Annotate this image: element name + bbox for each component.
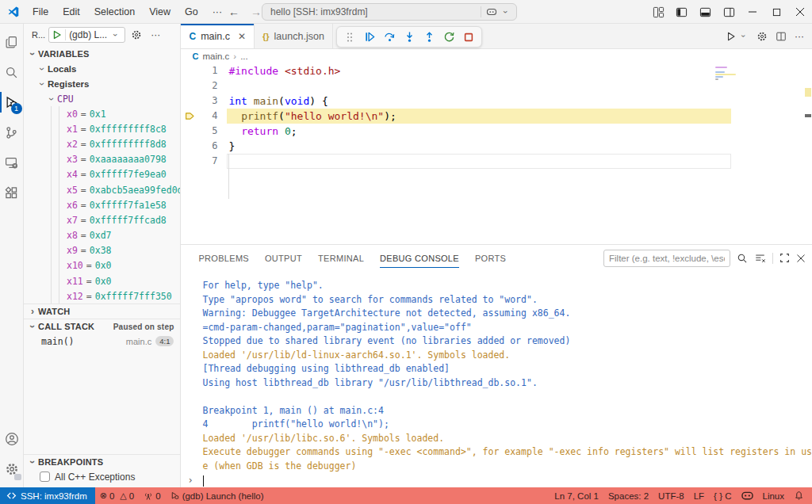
panel-tab-terminal[interactable]: TERMINAL — [312, 245, 370, 271]
copilot-icon[interactable] — [486, 7, 497, 17]
problems-indicator[interactable]: ⊗ 0 △ 0 — [95, 487, 140, 504]
menu-item-selection[interactable]: Selection — [88, 4, 141, 20]
language-indicator[interactable]: { } C — [709, 487, 736, 504]
debug-console-output[interactable]: For help, type "help".Type "apropos word… — [181, 271, 812, 487]
code-gutter[interactable]: 3 — [181, 94, 227, 109]
register-row[interactable]: x10=0x0 — [24, 258, 180, 273]
code-gutter[interactable]: 4 — [181, 109, 227, 124]
menu-item-[interactable]: ··· — [206, 4, 229, 20]
code-line[interactable]: 7 — [181, 154, 812, 169]
register-row[interactable]: x8=0xd7 — [24, 228, 180, 243]
extensions-icon[interactable] — [0, 178, 24, 208]
debug-console-input[interactable]: › — [187, 474, 797, 487]
step-over-button[interactable] — [381, 29, 398, 46]
toggle-secondary-sidebar-icon[interactable] — [717, 0, 741, 24]
remote-explorer-icon[interactable] — [0, 147, 24, 178]
stop-button[interactable] — [460, 29, 477, 46]
register-row[interactable]: x11=0x0 — [24, 273, 180, 288]
breadcrumb[interactable]: C main.c › ... — [181, 49, 812, 63]
panel-tab-debug-console[interactable]: DEBUG CONSOLE — [373, 245, 465, 271]
toolbar-drag-handle[interactable] — [341, 29, 358, 46]
customize-layout-icon[interactable] — [647, 0, 669, 24]
continue-button[interactable] — [361, 29, 378, 46]
overview-ruler[interactable] — [804, 63, 811, 244]
forward-button[interactable]: → — [251, 6, 262, 18]
code-gutter[interactable]: 2 — [181, 78, 227, 94]
tab-launch-json[interactable]: {} launch.json — [255, 24, 333, 48]
variables-section-header[interactable]: VARIABLES — [24, 46, 180, 61]
console-filter-input[interactable] — [603, 250, 730, 267]
register-row[interactable]: x2=0xfffffffff8d8 — [24, 136, 180, 151]
toggle-sidebar-icon[interactable] — [669, 0, 693, 24]
close-tab-icon[interactable]: ✕ — [238, 31, 246, 42]
menu-item-edit[interactable]: Edit — [56, 4, 86, 20]
variables-cpu-node[interactable]: CPU — [24, 91, 180, 106]
register-row[interactable]: x3=0xaaaaaaaa0798 — [24, 152, 180, 167]
register-row[interactable]: x6=0xfffff7fa1e58 — [24, 197, 180, 212]
remote-indicator[interactable]: SSH: imx93frdm — [0, 487, 95, 504]
code-gutter[interactable]: 1 — [181, 63, 227, 78]
breakpoint-checkbox[interactable] — [40, 472, 50, 482]
menu-item-view[interactable]: View — [143, 4, 177, 20]
register-row[interactable]: x7=0xfffff7ffcad8 — [24, 212, 180, 227]
debug-settings-gear-icon[interactable] — [128, 27, 144, 43]
editor-more-actions-icon[interactable]: ··· — [795, 31, 804, 42]
find-icon[interactable] — [737, 253, 748, 264]
encoding-indicator[interactable]: UTF-8 — [653, 487, 689, 504]
settings-gear-icon[interactable] — [0, 454, 24, 484]
register-row[interactable]: x5=0xabcb5aea99fed0dd — [24, 182, 180, 197]
maximize-panel-icon[interactable] — [779, 253, 790, 263]
register-row[interactable]: x9=0x38 — [24, 243, 180, 258]
source-control-icon[interactable] — [0, 117, 24, 147]
copilot-icon[interactable] — [737, 487, 758, 504]
views-more-actions-icon[interactable]: ··· — [147, 27, 163, 43]
close-button[interactable] — [788, 0, 812, 24]
run-and-debug-icon[interactable]: 1 — [0, 87, 24, 117]
line-col-indicator[interactable]: Ln 7, Col 1 — [550, 487, 603, 504]
panel-tab-output[interactable]: OUTPUT — [259, 245, 308, 271]
panel-tab-ports[interactable]: PORTS — [469, 245, 512, 271]
register-row[interactable]: x4=0xfffff7fe9ea0 — [24, 167, 180, 182]
call-stack-section-header[interactable]: CALL STACK Paused on step — [24, 319, 180, 334]
os-indicator[interactable]: Linux — [758, 487, 790, 504]
minimap[interactable] — [714, 66, 737, 142]
editor-settings-gear-icon[interactable] — [756, 31, 768, 42]
toggle-panel-icon[interactable] — [693, 0, 717, 24]
call-stack-frame[interactable]: main() main.c 4:1 — [24, 334, 180, 349]
close-panel-icon[interactable] — [796, 254, 806, 263]
start-debug-icon[interactable] — [52, 30, 62, 40]
minimize-button[interactable] — [741, 0, 764, 24]
maximize-button[interactable] — [764, 0, 788, 24]
panel-tab-problems[interactable]: PROBLEMS — [192, 245, 255, 271]
variables-registers-node[interactable]: Registers — [24, 76, 180, 91]
explorer-icon[interactable] — [0, 27, 24, 57]
chevron-down-icon[interactable] — [501, 6, 511, 17]
breakpoints-section-header[interactable]: BREAKPOINTS — [24, 454, 180, 469]
clear-console-icon[interactable] — [754, 253, 766, 264]
ports-indicator[interactable]: 0 — [139, 487, 165, 504]
menu-item-file[interactable]: File — [26, 4, 55, 20]
restart-button[interactable] — [440, 29, 458, 46]
debug-status[interactable]: (gdb) Launch (hello) — [166, 487, 269, 504]
breakpoint-item[interactable]: All C++ Exceptions — [24, 469, 180, 484]
search-icon[interactable] — [0, 57, 24, 87]
back-button[interactable]: ← — [228, 6, 239, 18]
notifications-bell-icon[interactable] — [789, 487, 812, 504]
register-row[interactable]: x0=0x1 — [24, 106, 180, 121]
tab-main-c[interactable]: C main.c ✕ — [181, 24, 255, 48]
register-row[interactable]: x12=0xfffff7fff350 — [24, 288, 180, 304]
register-row[interactable]: x1=0xfffffffff8c8 — [24, 121, 180, 136]
run-or-debug-button[interactable] — [726, 31, 749, 42]
code-gutter[interactable]: 6 — [181, 139, 227, 154]
indentation-indicator[interactable]: Spaces: 2 — [603, 487, 653, 504]
step-into-button[interactable] — [400, 29, 418, 46]
step-out-button[interactable] — [420, 29, 438, 46]
accounts-icon[interactable] — [0, 424, 24, 454]
split-editor-icon[interactable] — [776, 31, 787, 42]
code-gutter[interactable]: 7 — [181, 154, 227, 169]
code-gutter[interactable]: 5 — [181, 124, 227, 139]
menu-item-go[interactable]: Go — [178, 4, 205, 20]
command-center[interactable]: hello [SSH: imx93frdm] — [262, 3, 517, 21]
variables-locals-node[interactable]: Locals — [24, 61, 180, 76]
eol-indicator[interactable]: LF — [689, 487, 709, 504]
